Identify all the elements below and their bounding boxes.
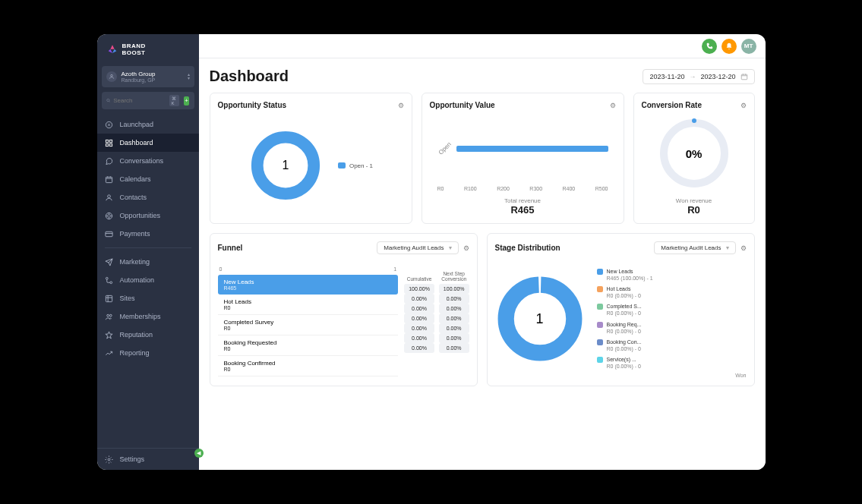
nav-item-contacts[interactable]: Contacts [97,188,199,206]
axis-tick: R500 [595,186,608,191]
axis-tick: R200 [497,186,510,191]
nav-item-payments[interactable]: Payments [97,225,199,243]
nav-label: Opportunities [120,212,161,219]
nav-label: Conversations [120,157,164,165]
member-icon [105,312,114,321]
phone-button[interactable] [702,39,717,54]
date-to: 2023-12-20 [700,73,735,80]
nextstep-cell: 0.00% [439,313,469,323]
legend-sub: R0 (0.00%) - 0 [607,292,642,299]
stage-value: R0 [224,326,393,331]
funnel-stage[interactable]: Completed SurveyR0 [218,315,399,335]
card-options-icon[interactable]: ⚙ [463,244,469,252]
card-title: Funnel [218,244,243,252]
chevron-down-icon: ▾ [726,244,729,251]
card-title: Stage Distribution [495,244,560,252]
stage-donut: 1 [495,274,585,364]
page-header: Dashboard 2023-11-20 → 2023-12-20 [210,68,755,85]
legend-sub: R0 (0.00%) - 0 [607,310,642,317]
nav-item-marketing[interactable]: Marketing [97,253,199,271]
legend-name: Service(s) ... [607,356,642,363]
send-icon [105,257,114,266]
nav-item-conversations[interactable]: Conversations [97,152,199,170]
legend-item: Booking Con...R0 (0.00%) - 0 [597,339,653,352]
axis-tick: R0 [437,186,444,191]
opportunity-value-card: Opportunity Value ⚙ Open R0R100R200R300R… [422,93,624,224]
nav-item-opportunities[interactable]: Opportunities [97,206,199,225]
chat-icon [105,156,114,165]
svg-point-10 [108,214,111,217]
nav-item-calendars[interactable]: Calendars [97,170,199,188]
card-title: Opportunity Value [430,101,495,109]
org-location: Randburg, GP [122,77,156,83]
nav-item-dashboard[interactable]: Dashboard [97,134,199,152]
nextstep-cell: 0.00% [439,294,469,304]
funnel-stage[interactable]: Hot LeadsR0 [218,295,399,315]
svg-rect-6 [109,143,112,146]
card-icon [105,229,114,238]
card-options-icon[interactable]: ⚙ [740,244,747,252]
page-title: Dashboard [210,68,289,85]
nav-label: Launchpad [120,121,154,128]
nav-item-sites[interactable]: Sites [97,289,199,307]
legend-name: Booking Con... [607,339,642,345]
logo-icon [106,44,118,56]
card-options-icon[interactable]: ⚙ [398,102,404,109]
legend-sub: R0 (0.00%) - 0 [607,345,642,352]
card-options-icon[interactable]: ⚙ [740,102,747,109]
funnel-stage[interactable]: Booking ConfirmedR0 [218,356,399,376]
nav-label: Memberships [120,313,161,320]
svg-rect-11 [106,232,112,236]
nav-item-reporting[interactable]: Reporting [97,344,199,362]
add-button[interactable]: + [184,96,190,106]
funnel-dropdown[interactable]: Marketing Audit Leads ▾ [377,241,458,254]
nav-label: Marketing [120,258,150,266]
stage-name: Booking Requested [224,339,393,346]
axis-tick: R100 [464,186,477,191]
bar-axis: R0R100R200R300R400R500 [430,181,616,191]
nav-label: Calendars [120,175,151,183]
nav-item-launchpad[interactable]: Launchpad [97,115,199,134]
notifications-button[interactable] [721,39,737,54]
date-range-picker[interactable]: 2023-11-20 → 2023-12-20 [643,69,754,84]
legend-sub: R0 (0.00%) - 0 [607,363,642,370]
collapse-sidebar-button[interactable]: ◀ [194,449,204,458]
user-avatar[interactable]: MT [741,39,756,54]
svg-point-8 [108,195,111,198]
footer-label: Total revenue [430,197,616,204]
footer-value: R0 [642,204,747,216]
stage-dropdown[interactable]: Marketing Audit Leads ▾ [654,241,735,254]
svg-point-13 [110,282,112,284]
org-switcher[interactable]: Azoth Group Randburg, GP ▴▾ [102,66,194,88]
flow-icon [105,276,114,285]
site-icon [105,294,114,303]
legend-swatch [597,339,603,345]
nav-label: Sites [120,295,135,302]
legend-sub: R465 (100.00%) - 1 [607,275,653,282]
search-input[interactable] [113,97,166,104]
nav-divider [105,247,191,248]
nav-item-automation[interactable]: Automation [97,271,199,289]
stage-donut-value: 1 [495,274,585,364]
footer-value: R465 [430,204,616,216]
main: MT Dashboard 2023-11-20 → 2023-12-20 Opp… [199,34,766,470]
nav-item-reputation[interactable]: Reputation [97,326,199,344]
search-icon [106,97,111,104]
nav-label: Reputation [120,331,153,339]
settings-link[interactable]: Settings [97,448,199,470]
brand-logo[interactable]: BRANDBOOST [97,34,199,66]
funnel-stage[interactable]: New LeadsR465 [218,275,399,295]
funnel-stage[interactable]: Booking RequestedR0 [218,335,399,356]
stage-value: R0 [224,305,393,310]
search-shortcut: ⌘ K [169,95,179,106]
card-options-icon[interactable]: ⚙ [610,102,616,109]
content: Dashboard 2023-11-20 → 2023-12-20 Opport… [199,58,766,470]
legend-swatch [338,162,346,169]
stage-value: R0 [224,346,393,351]
legend-name: Hot Leads [607,285,642,292]
nav-label: Contacts [120,194,147,201]
scale-min: 0 [219,266,223,272]
legend-label: Open - 1 [349,162,373,169]
search-bar[interactable]: ⌘ K + [102,92,194,109]
nav-item-memberships[interactable]: Memberships [97,307,199,326]
